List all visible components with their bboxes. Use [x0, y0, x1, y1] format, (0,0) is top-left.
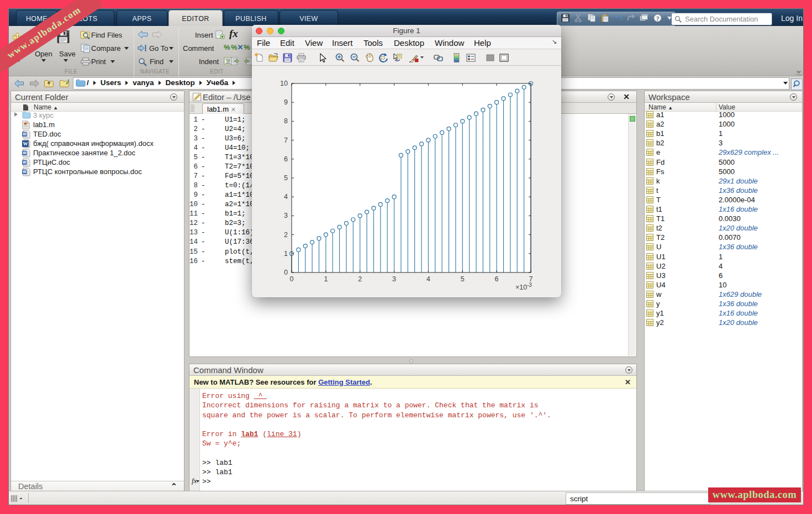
svg-text:1: 1 [284, 250, 288, 258]
svg-text:-3: -3 [527, 282, 532, 288]
svg-text:9: 9 [284, 98, 288, 106]
svg-text:2: 2 [284, 231, 288, 239]
svg-text:W: W [23, 132, 27, 136]
svg-text:?: ? [656, 15, 659, 22]
svg-text:7: 7 [284, 137, 288, 144]
svg-text:W: W [23, 151, 27, 155]
svg-text:6: 6 [495, 275, 499, 283]
svg-text:W: W [23, 141, 28, 146]
svg-text:0: 0 [290, 275, 294, 283]
svg-text:5: 5 [284, 174, 288, 182]
svg-text:8: 8 [284, 117, 288, 125]
svg-text:4: 4 [284, 193, 288, 201]
svg-text:×10: ×10 [515, 284, 527, 291]
svg-text:W: W [23, 160, 27, 164]
svg-text:3: 3 [392, 275, 396, 283]
svg-text:3: 3 [284, 212, 288, 219]
svg-text:1: 1 [324, 275, 328, 283]
svg-text:6: 6 [284, 155, 288, 163]
svg-text:2: 2 [358, 275, 362, 283]
svg-text:4: 4 [426, 275, 430, 283]
svg-text:W: W [23, 170, 27, 174]
svg-text:0: 0 [284, 269, 288, 276]
svg-text:10: 10 [280, 80, 288, 87]
svg-text:5: 5 [461, 275, 465, 283]
